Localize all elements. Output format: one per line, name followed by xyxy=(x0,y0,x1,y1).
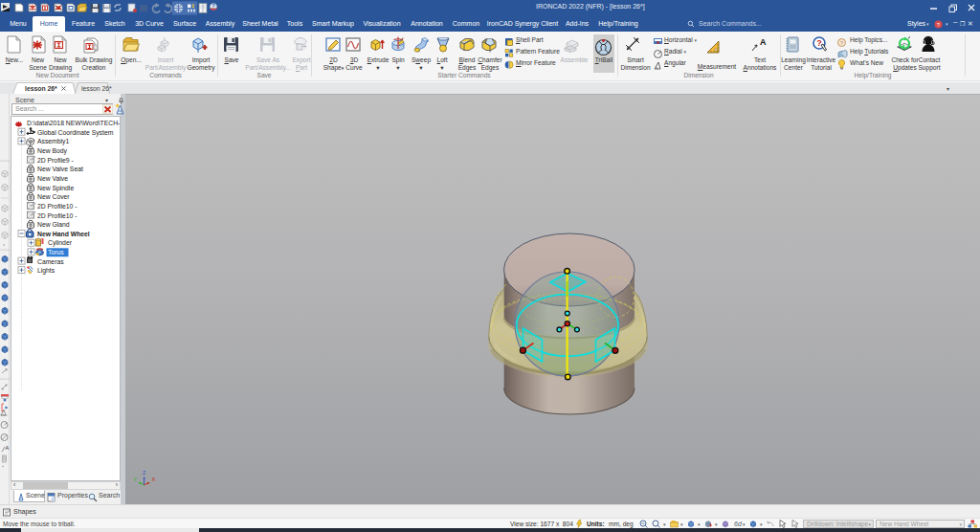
svg-text:2D Profile9 -: 2D Profile9 - xyxy=(37,157,74,164)
svg-text:Cameras: Cameras xyxy=(37,258,64,265)
svg-text:Cylinder: Cylinder xyxy=(48,239,73,247)
svg-text:D:\data\2018 NEW\Word\TECH-NE: D:\data\2018 NEW\Word\TECH-NE xyxy=(27,120,120,126)
svg-text:▾: ▾ xyxy=(760,521,763,527)
svg-text:▾: ▾ xyxy=(743,521,746,527)
svg-text:Z: Z xyxy=(143,470,146,476)
svg-text:New Hand Wheel: New Hand Wheel xyxy=(37,231,90,237)
svg-text:New Valve Seat: New Valve Seat xyxy=(37,166,83,172)
svg-text:New Valve: New Valve xyxy=(37,175,68,182)
svg-text:New Body: New Body xyxy=(37,147,68,155)
svg-text:▾: ▾ xyxy=(663,521,666,527)
svg-text:▾: ▾ xyxy=(698,521,701,527)
svg-text:X: X xyxy=(152,477,156,482)
svg-text:?: ? xyxy=(816,38,822,48)
svg-text:▾: ▾ xyxy=(715,521,718,527)
svg-text:New Cover: New Cover xyxy=(37,193,70,200)
svg-text:?: ? xyxy=(212,3,215,10)
svg-text:6d: 6d xyxy=(734,521,743,527)
svg-text:New Gland: New Gland xyxy=(37,221,70,228)
svg-text:Y: Y xyxy=(134,477,138,482)
svg-text:Global Coordinate System: Global Coordinate System xyxy=(37,129,114,137)
svg-text:New Spindle: New Spindle xyxy=(37,185,74,192)
svg-text:Torus: Torus xyxy=(48,249,64,255)
svg-text:2D Profile10 -: 2D Profile10 - xyxy=(37,212,78,219)
svg-text:A: A xyxy=(760,37,767,47)
svg-text:Lights: Lights xyxy=(37,267,56,275)
svg-text:▾: ▾ xyxy=(680,521,683,527)
svg-text:A: A xyxy=(6,445,10,451)
svg-text:2D Profile10 -: 2D Profile10 - xyxy=(37,203,78,210)
svg-text:Assembly1: Assembly1 xyxy=(37,138,69,145)
